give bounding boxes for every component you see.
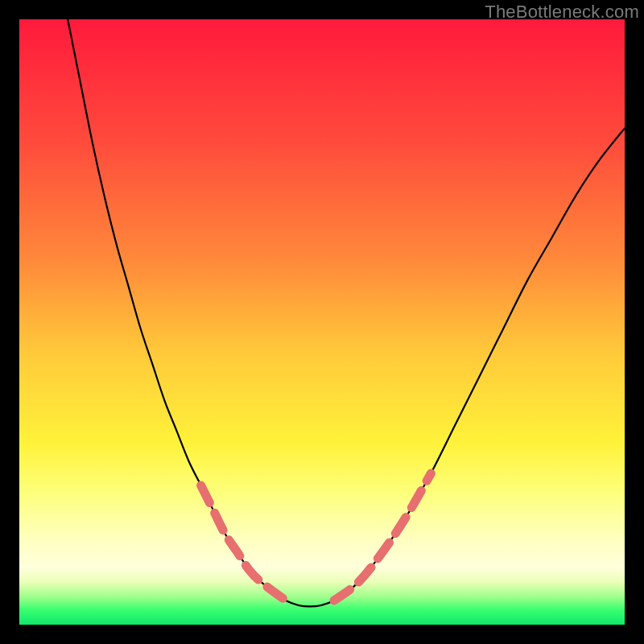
watermark-text: TheBottleneck.com	[485, 2, 639, 23]
bottleneck-plot	[19, 19, 625, 625]
chart-frame	[19, 19, 625, 625]
gradient-background	[19, 19, 625, 625]
